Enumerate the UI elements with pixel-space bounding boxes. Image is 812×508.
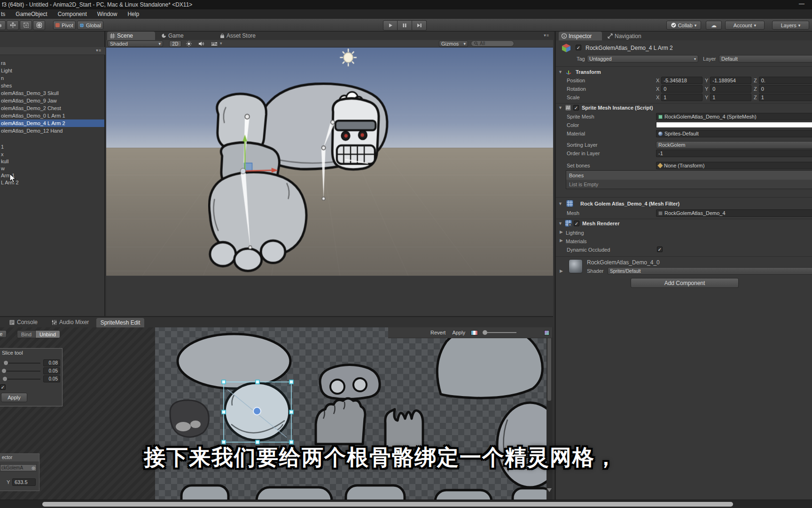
object-name[interactable]: RockGolemAtlas_Demo_4 L Arm 2 <box>586 45 673 51</box>
slider-knob[interactable] <box>3 377 7 381</box>
hierarchy-item[interactable]: n <box>1 74 4 82</box>
menu-item-ts[interactable]: ts <box>1 11 5 17</box>
collab-button[interactable]: Collab ▾ <box>666 21 701 30</box>
mipmap-icon[interactable] <box>544 330 549 335</box>
move-tool-button[interactable] <box>7 20 19 30</box>
scale-button-cut[interactable]: le <box>0 330 7 338</box>
hierarchy-item[interactable]: 1 <box>1 143 4 151</box>
hierarchy-item[interactable]: w <box>1 165 5 172</box>
mesh-object-field[interactable]: RockGolemAtlas_Demo_4 <box>656 209 812 217</box>
zoom-slider-track[interactable] <box>487 332 516 333</box>
minimize-button[interactable]: — <box>799 0 804 7</box>
step-button[interactable] <box>412 20 427 31</box>
mesh-renderer-title[interactable]: Mesh Renderer <box>582 221 619 226</box>
menu-item-component[interactable]: Component <box>58 11 87 17</box>
fold-icon[interactable]: ▼ <box>558 70 562 74</box>
hierarchy-item[interactable]: Light <box>1 67 12 74</box>
mini-y-field[interactable]: 633.5 <box>12 478 36 486</box>
spritemesh-canvas[interactable] <box>0 327 552 500</box>
global-toggle-button[interactable]: Global <box>77 21 103 30</box>
slider-knob[interactable] <box>4 361 8 365</box>
hierarchy-item[interactable]: shes <box>1 82 12 89</box>
slice-value-field[interactable]: 0.08 <box>43 359 60 366</box>
hierarchy-item[interactable]: x <box>1 151 4 158</box>
scene-panel-menu-icon[interactable]: ▾≡ <box>544 33 549 38</box>
zoom-slider-knob[interactable] <box>483 330 487 335</box>
cloud-button[interactable]: ☁ <box>706 21 722 30</box>
add-component-button[interactable]: Add Component <box>631 278 739 288</box>
shader-dropdown[interactable]: Sprites/Default <box>608 267 812 275</box>
hierarchy-item[interactable]: olemAtlas_Demo_0 L Arm 1 <box>1 112 65 119</box>
apply-button[interactable]: Apply <box>452 330 465 335</box>
slice-value-field[interactable]: 0.05 <box>43 367 60 374</box>
rotation-x-field[interactable]: 0 <box>661 85 703 93</box>
hierarchy-item[interactable]: ra <box>1 59 6 67</box>
pivot-toggle-button[interactable]: Pivot <box>53 21 76 30</box>
slider-track[interactable] <box>3 371 40 372</box>
sprite-mesh-instance-title[interactable]: Sprite Mesh Instance (Script) <box>582 105 653 111</box>
component-checkbox[interactable]: ✓ <box>573 105 579 111</box>
tab-audio-mixer[interactable]: Audio Mixer <box>52 318 89 326</box>
dynamic-occluded-checkbox[interactable]: ✓ <box>657 246 663 252</box>
layer-dropdown[interactable]: Default <box>719 55 812 63</box>
position-y-field[interactable]: -1.188954 <box>710 77 751 84</box>
scene-search-input[interactable]: All <box>471 40 514 47</box>
hierarchy-item[interactable]: olemAtlas_Demo_2 Chest <box>1 104 61 112</box>
bones-list-header[interactable]: Bones <box>566 171 812 180</box>
fold-icon[interactable]: ▼ <box>558 201 562 206</box>
color-swatch[interactable] <box>656 122 812 128</box>
set-bones-object-field[interactable]: None (Transform) <box>656 162 812 169</box>
tab-spritemesh-edit[interactable]: SpriteMesh Edit <box>96 318 144 327</box>
tab-game[interactable]: Game <box>162 32 184 40</box>
tag-dropdown[interactable]: Untagged ▾ <box>587 55 698 63</box>
layers-button[interactable]: Layers ▾ <box>772 21 809 30</box>
scale-x-field[interactable]: 1 <box>661 94 703 101</box>
menu-item-help[interactable]: Help <box>127 11 139 17</box>
scale-z-field[interactable]: 1 <box>759 94 812 101</box>
fold-icon[interactable]: ▶ <box>560 269 563 273</box>
shading-mode-dropdown[interactable]: Shaded ▾ <box>108 40 163 47</box>
rect-tool-button[interactable] <box>20 20 32 30</box>
slider-track[interactable] <box>3 363 40 364</box>
revert-button[interactable]: Revert <box>430 330 445 335</box>
tab-inspector[interactable]: Inspector <box>559 32 602 40</box>
fold-icon[interactable]: ▶ <box>560 230 563 234</box>
position-x-field[interactable]: -5.345818 <box>661 77 703 84</box>
pause-button[interactable] <box>398 20 412 31</box>
hand-tool-button[interactable] <box>0 20 6 30</box>
tab-console[interactable]: Console <box>9 318 38 326</box>
panel-menu-icon[interactable]: ▾≡ <box>96 48 102 53</box>
tab-scene[interactable]: Scene <box>107 32 155 40</box>
order-in-layer-field[interactable]: -1 <box>656 150 812 157</box>
slider-track[interactable] <box>3 379 40 380</box>
unbind-button[interactable]: Unbind <box>36 330 60 338</box>
fold-icon[interactable]: ▼ <box>558 105 562 110</box>
mesh-filter-title[interactable]: Rock Golem Atlas_Demo_4 (Mesh Filter) <box>580 201 679 206</box>
scene-effects-icon[interactable] <box>211 41 218 47</box>
tab-navigation[interactable]: Navigation <box>608 32 641 40</box>
account-button[interactable]: Account ▾ <box>725 21 765 30</box>
tab-asset-store[interactable]: Asset Store <box>220 32 256 40</box>
material-object-field[interactable]: Sprites-Default <box>656 130 812 137</box>
active-checkbox[interactable]: ✓ <box>576 45 581 50</box>
scene-lighting-icon[interactable] <box>186 41 192 47</box>
scale-y-field[interactable]: 1 <box>710 94 751 101</box>
menu-item-window[interactable]: Window <box>97 11 117 17</box>
scene-audio-icon[interactable] <box>198 41 204 47</box>
rotation-y-field[interactable]: 0 <box>710 85 751 93</box>
sorting-layer-dropdown[interactable]: RockGolem <box>656 141 812 149</box>
slice-value-field[interactable]: 0.05 <box>43 375 60 382</box>
slice-apply-button[interactable]: Apply <box>1 393 27 402</box>
hierarchy-item-selected[interactable]: olemAtlas_Demo_4 L Arm 2 <box>0 119 104 127</box>
hierarchy-item[interactable]: kull <box>1 158 9 165</box>
hierarchy-item[interactable]: olemAtlas_Demo_9 Jaw <box>1 97 57 104</box>
rotation-z-field[interactable]: 0 <box>759 85 812 93</box>
fold-icon[interactable]: ▶ <box>560 238 563 243</box>
rgb-swatch-icon[interactable] <box>471 330 478 335</box>
transform-title[interactable]: Transform <box>576 69 601 75</box>
sprite-mesh-object-field[interactable]: RockGolemAtlas_Demo_4 (SpriteMesh) <box>656 113 812 120</box>
hierarchy-item[interactable]: olemAtlas_Demo_12 Hand <box>1 127 62 135</box>
horizontal-scrollbar-thumb[interactable] <box>42 502 733 507</box>
material-name[interactable]: RockGolemAtlas_Demo_4_0 <box>587 259 660 266</box>
bind-button[interactable]: Bind <box>17 330 36 338</box>
